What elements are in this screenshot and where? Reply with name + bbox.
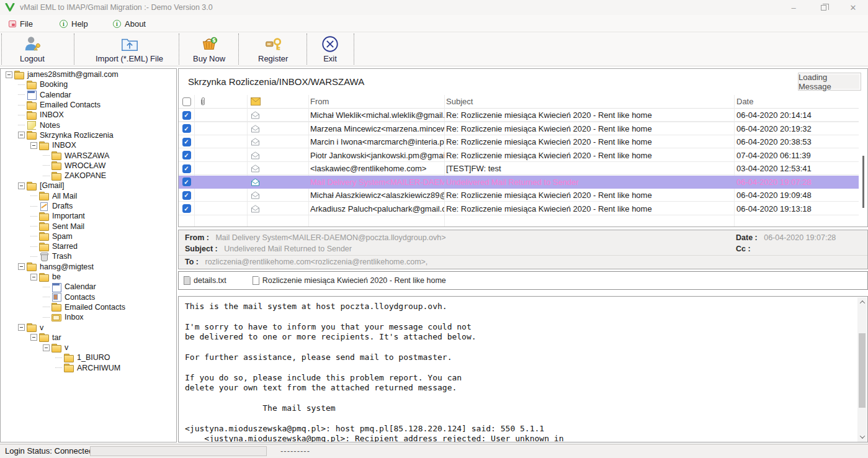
tree-item[interactable]: be xyxy=(1,272,176,282)
tree-item[interactable]: ZAKOPANE xyxy=(1,171,176,181)
tree-item[interactable]: Sent Mail xyxy=(1,221,176,231)
close-button[interactable]: ✕ xyxy=(838,0,868,15)
tree-item[interactable]: INBOX xyxy=(1,140,176,150)
attachment-column-header[interactable] xyxy=(194,97,247,106)
scroll-up-arrow-icon[interactable] xyxy=(857,297,867,307)
tree-item[interactable]: WROCŁAW xyxy=(1,161,176,171)
tree-item[interactable]: v xyxy=(1,343,176,352)
mail-row[interactable]: ✓ Marzena Mincewicz<marzena.mincewicz...… xyxy=(179,122,859,136)
from-value: Mail Delivery System<MAILER-DAEMON@poczt… xyxy=(215,233,445,242)
tree-expander-icon[interactable] xyxy=(18,182,25,189)
tree-item[interactable]: Calendar xyxy=(1,90,176,100)
tree-item[interactable]: tar xyxy=(1,333,176,343)
mail-row[interactable]: ✓ Michał Ałaszkiewicz<alaszkiewicz89@g..… xyxy=(179,189,859,202)
exit-button[interactable]: Exit xyxy=(318,34,342,65)
tree-connector xyxy=(43,155,50,156)
restore-icon xyxy=(821,5,826,11)
mail-from: Marcin i Iwona<marcmarch@interia.pl> xyxy=(308,137,444,146)
row-checkbox[interactable]: ✓ xyxy=(182,111,191,120)
subject-column-header[interactable]: Subject xyxy=(444,97,734,106)
select-all-checkbox[interactable] xyxy=(182,97,191,106)
tree-item[interactable]: [Gmail] xyxy=(1,181,176,191)
read-status-column-header[interactable] xyxy=(247,97,308,106)
tree-item[interactable]: Calendar xyxy=(1,282,176,292)
tree-item[interactable]: Starred xyxy=(1,241,176,251)
row-checkbox[interactable]: ✓ xyxy=(182,204,191,213)
tree-item-label: Inbox xyxy=(65,313,84,321)
tree-item[interactable]: ARCHIWUM xyxy=(1,363,176,373)
mail-rows: ✓ Michał Wleklik<michal.wleklik@gmail.co… xyxy=(179,109,859,227)
toolbar-separator xyxy=(74,34,74,65)
tree-item[interactable]: Trash xyxy=(1,251,176,261)
tree-item[interactable]: INBOX xyxy=(1,110,176,120)
attachment-item[interactable]: Rozliczenie miesiąca Kwiecień 2020 - Ren… xyxy=(253,276,446,285)
tree-expander-icon[interactable] xyxy=(6,71,12,78)
date-column-header[interactable]: Date xyxy=(734,97,859,106)
tree-item[interactable]: All Mail xyxy=(1,191,176,201)
tree-item[interactable]: Inbox xyxy=(1,312,176,322)
row-checkbox[interactable]: ✓ xyxy=(182,191,191,200)
tree-expander-icon[interactable] xyxy=(30,334,37,341)
menubar: File i Help i About xyxy=(0,15,868,32)
mail-from: Mail Delivery System<MAILER-DAEMON... xyxy=(308,177,444,187)
tree-item[interactable]: Notes xyxy=(1,120,176,130)
tree-folder-icon xyxy=(51,283,61,291)
tree-item[interactable]: WARSZAWA xyxy=(1,150,176,160)
register-button[interactable]: Register xyxy=(256,34,290,65)
tree-item[interactable]: hansg@migtest xyxy=(1,262,176,272)
logout-user-key-icon xyxy=(22,35,42,53)
mail-row[interactable]: ✓ Mail Delivery System<MAILER-DAEMON... … xyxy=(179,176,859,189)
tree-item[interactable]: Booking xyxy=(1,79,176,89)
minimize-button[interactable]: – xyxy=(779,0,808,15)
mail-row[interactable]: ✓ Piotr Jankowski<jankowski.pm@gmail.c..… xyxy=(179,149,859,163)
buy-now-button[interactable]: $ Buy Now xyxy=(190,34,228,65)
tree-item[interactable]: Skrzynka Rozliczenia xyxy=(1,130,176,140)
menu-file[interactable]: File xyxy=(5,15,37,32)
date-value: 06-04-2020 19:07:28 xyxy=(764,233,836,242)
row-checkbox[interactable]: ✓ xyxy=(182,151,191,159)
tree-item[interactable]: Emailed Contacts xyxy=(1,100,176,110)
menu-help[interactable]: i Help xyxy=(56,15,92,32)
tree-item[interactable]: v xyxy=(1,322,176,332)
tree-item[interactable]: Contacts xyxy=(1,292,176,302)
row-checkbox[interactable]: ✓ xyxy=(182,177,191,186)
tree-item[interactable]: Drafts xyxy=(1,201,176,211)
mail-row[interactable]: ✓ <laskawiec@rentlikehome.com> [TEST]FW:… xyxy=(179,162,859,176)
tree-item[interactable]: Emailed Contacts xyxy=(1,302,176,312)
row-checkbox[interactable]: ✓ xyxy=(182,164,191,173)
tree-item[interactable]: Important xyxy=(1,211,176,221)
info-icon: i xyxy=(60,20,68,28)
row-checkbox[interactable]: ✓ xyxy=(182,124,191,133)
row-checkbox[interactable]: ✓ xyxy=(182,138,191,146)
tree-expander-icon[interactable] xyxy=(18,324,25,331)
from-column-header[interactable]: From xyxy=(308,97,444,106)
tree-expander-icon[interactable] xyxy=(43,344,50,351)
tree-item[interactable]: Spam xyxy=(1,231,176,241)
loading-message-button[interactable]: Loading Message xyxy=(798,73,861,91)
tree-item-label: james28smith@gmail.com xyxy=(27,70,119,79)
scrollbar-thumb[interactable] xyxy=(862,156,864,208)
logout-button[interactable]: Logout xyxy=(17,34,47,65)
body-scrollbar[interactable] xyxy=(857,297,867,442)
attachment-item[interactable]: details.txt xyxy=(184,276,226,285)
mail-list-scrollbar[interactable] xyxy=(860,96,866,225)
tree-item[interactable]: james28smith@gmail.com xyxy=(1,70,176,79)
mail-row[interactable]: ✓ Michał Wleklik<michal.wleklik@gmail.co… xyxy=(179,109,859,122)
tree-expander-icon[interactable] xyxy=(18,263,25,270)
mail-row[interactable]: ✓ Arkadiusz Paluch<paluchark@gmail.com> … xyxy=(179,202,859,216)
preview-separator xyxy=(179,255,867,256)
tree-item[interactable]: 1_BIURO xyxy=(1,352,176,362)
tree-item-label: Notes xyxy=(40,121,60,130)
import-eml-button[interactable]: Import (*.EML) File xyxy=(93,34,166,65)
tree-expander-icon[interactable] xyxy=(30,274,37,281)
tree-expander-icon[interactable] xyxy=(30,142,37,149)
to-value: rozliczenia@rentlikehome.com<rozliczenia… xyxy=(205,258,427,266)
restore-button[interactable] xyxy=(808,0,838,15)
tree-expander-icon[interactable] xyxy=(18,132,25,138)
mail-row[interactable]: ✓ Marcin i Iwona<marcmarch@interia.pl> R… xyxy=(179,135,859,149)
menu-about[interactable]: i About xyxy=(109,15,150,32)
scroll-down-arrow-icon[interactable] xyxy=(857,432,867,442)
mail-open-icon xyxy=(247,151,308,159)
register-label: Register xyxy=(258,54,288,63)
scrollbar-thumb[interactable] xyxy=(859,333,866,408)
